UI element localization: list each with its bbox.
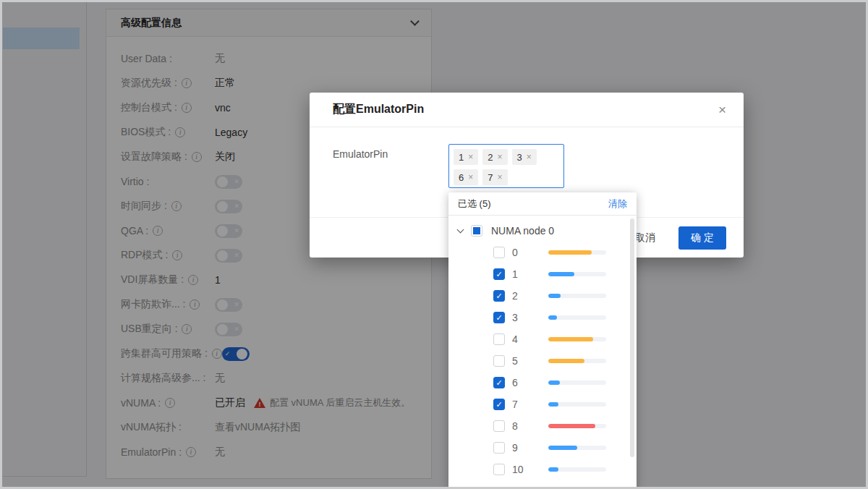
cpu-id: 10 [512,464,548,475]
cpu-item-4[interactable]: 4 [448,328,637,350]
confirm-button[interactable]: 确 定 [678,226,726,250]
chevron-down-icon[interactable] [457,226,464,234]
selected-tag: 2× [482,149,507,165]
cpu-id: 3 [512,312,548,323]
usage-bar-fill [548,380,560,385]
checkbox-unchecked[interactable] [493,464,505,475]
cpu-item-1[interactable]: ✓1 [448,263,637,285]
selected-tag: 7× [482,169,507,185]
selected-tag: 1× [454,149,478,165]
checkbox-checked[interactable]: ✓ [493,312,505,323]
cpu-item-7[interactable]: ✓7 [448,394,637,415]
checkbox-unchecked[interactable] [493,333,505,345]
dropdown-header: 已选 (5) 清除 [448,192,637,216]
cpu-id: 1 [512,268,548,280]
tag-remove-icon[interactable]: × [468,152,473,162]
modal-title: 配置EmulatorPin [333,102,718,117]
cpu-item-5[interactable]: 5 [448,350,637,372]
usage-bar-fill [548,272,574,276]
numa-group-label: NUMA node 0 [491,225,554,237]
usage-bar-fill [548,467,558,472]
tag-value: 2 [488,152,493,163]
tag-value: 1 [459,152,464,163]
checkbox-unchecked[interactable] [493,247,505,258]
usage-bar [548,359,606,363]
cpu-select-dropdown: 已选 (5) 清除 NUMA node 0 0✓1✓2✓345✓6✓78910 [448,192,637,489]
cpu-id: 4 [512,333,548,345]
checkbox-checked[interactable]: ✓ [493,290,505,302]
emulatorpin-multiselect[interactable]: 1×2×3×6×7× [448,144,564,188]
usage-bar-fill [548,402,558,407]
usage-bar-fill [548,424,595,428]
checkbox-unchecked[interactable] [493,355,505,367]
usage-bar-fill [548,446,577,450]
tag-remove-icon[interactable]: × [527,152,532,162]
checkbox-checked[interactable]: ✓ [493,268,505,280]
selected-tag: 3× [512,149,537,165]
tag-remove-icon[interactable]: × [468,172,473,182]
usage-bar-fill [548,359,584,363]
modal-header: 配置EmulatorPin × [310,93,744,127]
cpu-item-9[interactable]: 9 [448,437,637,459]
usage-bar [548,272,606,276]
tag-value: 6 [459,172,464,183]
usage-bar [548,315,606,320]
checkbox-checked[interactable]: ✓ [493,399,505,410]
usage-bar-fill [548,337,593,341]
tag-value: 3 [517,152,522,163]
clear-button[interactable]: 清除 [608,197,627,211]
usage-bar [548,380,606,385]
usage-bar-fill [548,294,561,298]
selected-tag: 6× [454,169,478,185]
usage-bar [548,250,606,255]
cpu-item-3[interactable]: ✓3 [448,307,637,328]
cpu-id: 0 [512,247,548,258]
checkbox-unchecked[interactable] [493,442,505,454]
cpu-id: 2 [512,290,548,302]
cpu-item-10[interactable]: 10 [448,459,637,480]
cpu-item-6[interactable]: ✓6 [448,372,637,394]
usage-bar [548,294,606,298]
cpu-id: 5 [512,355,548,367]
cpu-item-2[interactable]: ✓2 [448,285,637,307]
checkbox-checked[interactable]: ✓ [493,377,505,388]
usage-bar-fill [548,315,557,320]
numa-group-row[interactable]: NUMA node 0 [448,220,637,242]
cpu-id: 7 [512,399,548,410]
usage-bar [548,446,606,450]
cpu-id: 6 [512,377,548,388]
cpu-id: 9 [512,442,548,454]
usage-bar [548,467,606,472]
tag-remove-icon[interactable]: × [497,172,502,182]
cpu-id: 8 [512,420,548,432]
cpu-item-0[interactable]: 0 [448,242,637,263]
usage-bar-fill [548,250,592,255]
checkbox-indeterminate[interactable] [471,225,482,237]
emulatorpin-field-label: EmulatorPin [333,148,388,160]
tag-remove-icon[interactable]: × [497,152,502,162]
scrollbar-thumb[interactable] [630,218,634,457]
tag-value: 7 [488,172,493,183]
usage-bar [548,337,606,341]
cpu-item-8[interactable]: 8 [448,415,637,437]
checkbox-unchecked[interactable] [493,420,505,432]
numa-items: 0✓1✓2✓345✓6✓78910 [448,242,637,480]
usage-bar [548,402,606,407]
close-icon[interactable]: × [718,103,726,116]
selected-count-label: 已选 (5) [458,197,608,211]
usage-bar [548,424,606,428]
